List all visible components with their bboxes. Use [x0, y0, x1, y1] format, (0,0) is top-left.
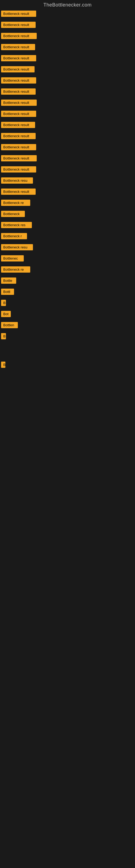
list-item: [0, 380, 135, 388]
bottleneck-result-bar: Bottleneck resu: [1, 244, 33, 250]
list-item: Bottleneck resu: [0, 176, 135, 186]
bottleneck-result-bar: Bottleneck re: [1, 199, 30, 206]
list-item: [0, 351, 135, 360]
bottleneck-result-bar: Bottleneck result: [1, 144, 36, 150]
bottleneck-result-bar: Bottleneck result: [1, 77, 36, 84]
site-title: TheBottlenecker.com: [0, 0, 135, 9]
bottleneck-result-bar: Bottleneck r: [1, 233, 27, 239]
list-item: Bottleneck re: [0, 265, 135, 275]
bottleneck-result-bar: Bottleneck result: [1, 33, 37, 39]
list-item: Bottleneck result: [0, 31, 135, 42]
bottleneck-result-bar: Bottleneck result: [1, 88, 36, 95]
bottleneck-result-bar: Bottleneck result: [1, 55, 36, 61]
bottleneck-result-bar: B: [1, 300, 6, 306]
list-item: Bottleneck result: [0, 143, 135, 153]
bottleneck-result-bar: Bot: [1, 311, 11, 317]
bottleneck-result-bar: Bottleneck result: [1, 122, 35, 128]
bottleneck-result-bar: Bottleneck result: [1, 188, 36, 195]
bottleneck-result-bar: Bottleneck re: [1, 267, 30, 273]
bottleneck-result-bar: Bottleneck result: [1, 166, 36, 173]
list-item: Bottleneck result: [0, 109, 135, 120]
list-item: Bottleneck result: [0, 87, 135, 97]
list-item: Bottleneck result: [0, 131, 135, 142]
bottleneck-result-bar: Bottlen: [1, 322, 18, 328]
list-item: Bottl: [0, 287, 135, 298]
bottleneck-result-bar: Bottleneck result: [1, 44, 35, 50]
list-item: [0, 371, 135, 379]
bottleneck-result-bar: Bottlenec: [1, 255, 24, 261]
list-item: Bottleneck result: [0, 65, 135, 75]
bottleneck-result-bar: Bottleneck resu: [1, 177, 33, 184]
bottleneck-result-bar: Bottleneck result: [1, 10, 36, 17]
list-item: Bottleneck result: [0, 154, 135, 164]
bottleneck-result-bar: Bottleneck result: [1, 22, 36, 28]
list-item: Bottleneck result: [0, 20, 135, 31]
list-item: Bottlenec: [0, 254, 135, 264]
list-item: Bottleneck result: [0, 9, 135, 20]
list-item: Bottleneck result: [0, 98, 135, 108]
list-item: Bot: [0, 309, 135, 320]
list-item: Bottleneck res: [0, 220, 135, 231]
list-item: Bottlen: [0, 320, 135, 331]
bottleneck-result-bar: Bottleneck res: [1, 222, 32, 228]
list-item: B: [0, 332, 135, 342]
list-item: [0, 389, 135, 397]
bottleneck-result-bar: Bottleneck: [1, 211, 25, 217]
list-item: Bottleneck result: [0, 76, 135, 86]
list-item: Bottleneck result: [0, 54, 135, 64]
bottleneck-result-bar: Bottle: [1, 278, 16, 284]
list-item: Bottleneck re: [0, 198, 135, 209]
list-item: Bottleneck resu: [0, 243, 135, 253]
list-item: Bottleneck: [0, 209, 135, 220]
list-item: B: [0, 360, 135, 371]
list-item: [0, 343, 135, 351]
bottleneck-result-bar: Bottleneck result: [1, 133, 36, 139]
bottleneck-result-bar: B: [1, 362, 5, 368]
list-item: Bottleneck result: [0, 187, 135, 197]
bottleneck-result-bar: Bottleneck result: [1, 111, 36, 117]
list-item: [0, 397, 135, 405]
list-item: Bottleneck result: [0, 120, 135, 131]
list-item: Bottleneck result: [0, 42, 135, 53]
bottleneck-result-bar: Bottleneck result: [1, 155, 37, 161]
list-item: Bottleneck result: [0, 165, 135, 175]
list-item: B: [0, 298, 135, 309]
bottleneck-result-bar: B: [1, 333, 6, 339]
bottleneck-result-bar: Bottleneck result: [1, 99, 37, 106]
list-item: Bottle: [0, 276, 135, 286]
bottleneck-result-bar: Bottl: [1, 289, 14, 295]
list-item: Bottleneck r: [0, 231, 135, 242]
bottleneck-result-bar: Bottleneck result: [1, 66, 35, 72]
